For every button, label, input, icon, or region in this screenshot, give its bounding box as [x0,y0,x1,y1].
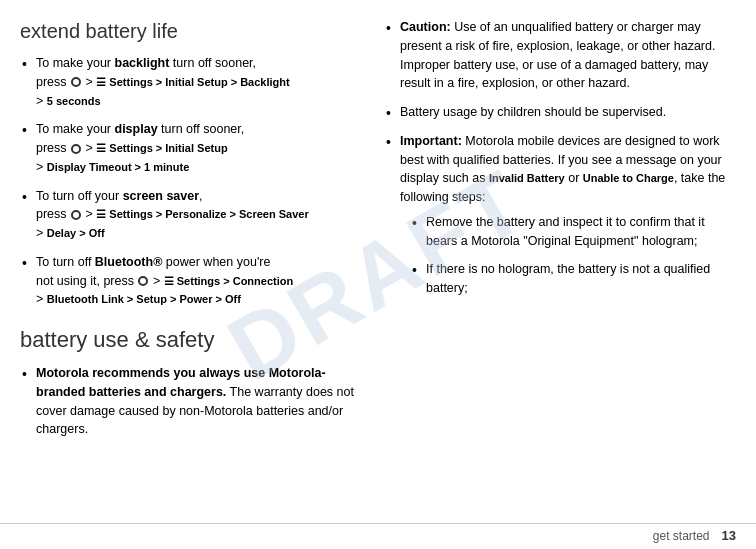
right-list: Caution: Use of an unqualified battery o… [384,18,736,298]
bluetooth-text-after: power when you're [162,255,270,269]
screensaver-delay: Delay > Off [47,227,105,239]
display-press: press [36,141,70,155]
screensaver-comma: , [199,189,202,203]
list-item-screensaver: To turn off your screen saver, press > ☰… [20,187,354,243]
arrow-2: > [82,141,96,155]
screensaver-sub: > [36,226,47,240]
bluetooth-link: Bluetooth Link > Setup > Power > Off [47,293,241,305]
arrow-1: > [82,75,96,89]
page-footer: get started 13 [0,523,756,549]
display-nav: ☰ Settings > Initial Setup [96,142,227,154]
dot-icon-1 [71,77,81,87]
list-item-motorola-recommends: Motorola recommends you always use Motor… [20,364,354,439]
dot-icon-4 [138,276,148,286]
bluetooth-text2: not using it, press [36,274,137,288]
list-item-display: To make your display turn off sooner, pr… [20,120,354,176]
list-item-caution: Caution: Use of an unqualified battery o… [384,18,736,93]
backlight-bold: backlight [115,56,170,70]
children-text: Battery usage by children should be supe… [400,105,666,119]
sub-list-item-no-hologram: If there is no hologram, the battery is … [410,260,736,298]
screensaver-nav: ☰ Settings > Personalize > Screen Saver [96,208,308,220]
arrow-3: > [82,207,96,221]
battery-use-list: Motorola recommends you always use Motor… [20,364,354,439]
page-container: DRAFT extend battery life To make your b… [0,0,756,549]
screensaver-press: press [36,207,70,221]
right-column: Caution: Use of an unqualified battery o… [370,10,756,513]
bluetooth-bold: Bluetooth® [95,255,163,269]
display-bold: display [115,122,158,136]
bluetooth-sub: > [36,292,47,306]
no-hologram-text: If there is no hologram, the battery is … [426,262,710,295]
list-item-important: Important: Motorola mobile devices are d… [384,132,736,298]
display-text-before: To make your [36,122,115,136]
display-sub: > [36,160,47,174]
invalid-battery-code: Invalid Battery [489,172,565,184]
battery-use-heading: battery use & safety [20,323,354,356]
dot-icon-2 [71,144,81,154]
footer-page-number: 13 [722,528,736,543]
sub-list-item-remove-battery: Remove the battery and inspect it to con… [410,213,736,251]
list-item-bluetooth: To turn off Bluetooth® power when you're… [20,253,354,309]
unable-to-charge-code: Unable to Charge [583,172,674,184]
bluetooth-text-before: To turn off [36,255,95,269]
extend-battery-heading: extend battery life [20,18,354,44]
display-timeout: Display Timeout > 1 minute [47,161,190,173]
backlight-5sec: 5 seconds [47,95,101,107]
remove-battery-text: Remove the battery and inspect it to con… [426,215,705,248]
display-text-after: turn off sooner, [158,122,245,136]
backlight-text-after: turn off sooner, [169,56,256,70]
important-sub-list: Remove the battery and inspect it to con… [410,213,736,298]
dot-icon-3 [71,210,81,220]
list-item-backlight: To make your backlight turn off sooner, … [20,54,354,110]
left-column: extend battery life To make your backlig… [0,10,370,513]
backlight-sub: > [36,94,47,108]
backlight-text-before: To make your [36,56,115,70]
important-label: Important: [400,134,462,148]
content-area: extend battery life To make your backlig… [0,0,756,523]
backlight-nav: ☰ Settings > Initial Setup > Backlight [96,76,289,88]
important-or: or [565,171,583,185]
screensaver-text-before: To turn off your [36,189,123,203]
arrow-4: > [149,274,163,288]
bluetooth-nav: ☰ Settings > Connection [164,275,293,287]
footer-label: get started [653,529,710,543]
backlight-press: press [36,75,70,89]
extend-battery-list: To make your backlight turn off sooner, … [20,54,354,309]
screensaver-bold: screen saver [123,189,199,203]
list-item-children: Battery usage by children should be supe… [384,103,736,122]
caution-label: Caution: [400,20,451,34]
